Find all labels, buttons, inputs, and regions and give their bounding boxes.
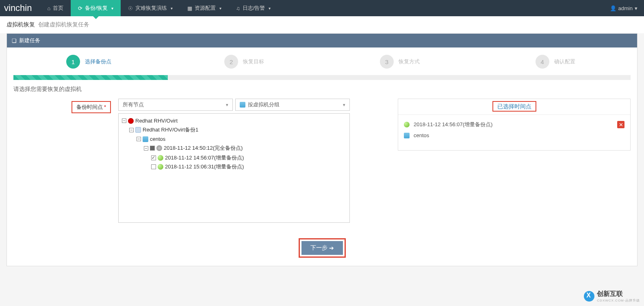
selected-box: 已选择时间点 2018-11-12 14:56:07(增量备份点) ✕ cent…: [398, 99, 631, 151]
right-col: 已选择时间点 2018-11-12 14:56:07(增量备份点) ✕ cent…: [398, 99, 631, 151]
chevron-down-icon: ▾: [171, 6, 173, 11]
selected-title-wrap: 已选择时间点: [398, 99, 630, 114]
user-icon: 👤: [610, 5, 616, 11]
top-nav: vinchin ⌂ 首页 ⟳ 备份/恢复 ▾ ☉ 灾难恢复演练 ▾ ▦ 资源配置…: [0, 0, 644, 16]
tree: − Redhat RHV/Ovirt − Redhat RHV/Ovirt备份1: [122, 117, 346, 175]
node-select-value: 所有节点: [123, 101, 144, 108]
next-button[interactable]: 下一步 ➔: [301, 241, 343, 255]
step-circle-2: 2: [224, 55, 238, 69]
tree-inc2[interactable]: 2018-11-12 15:06:31(增量备份点): [151, 162, 346, 171]
panel-title: 新建任务: [19, 37, 40, 44]
collapse-icon[interactable]: −: [129, 128, 134, 132]
group-select-value: 按虚拟机分组: [248, 101, 280, 108]
grid-icon: ▦: [187, 5, 192, 11]
chevron-down-icon: ▾: [635, 5, 637, 11]
backup-point-icon: [404, 122, 410, 127]
wizard-step-2[interactable]: 2 恢复目标: [167, 55, 322, 69]
cube-icon: ❏: [12, 38, 17, 44]
breadcrumb-b: 创建虚拟机恢复任务: [38, 21, 89, 28]
panel-header: ❏ 新建任务: [7, 34, 637, 47]
collapse-icon[interactable]: −: [144, 146, 148, 151]
refresh-icon: ⟳: [78, 5, 82, 11]
redhat-icon: [128, 118, 134, 124]
next-wrap: 下一步 ➔: [7, 231, 637, 266]
wizard: 1 选择备份点 2 恢复目标 3 恢复方式 4 确认配置: [7, 47, 637, 73]
nav-log-label: 日志/告警: [243, 4, 265, 12]
tree-inc2-label: 2018-11-12 15:06:31(增量备份点): [165, 163, 244, 170]
tree-vm[interactable]: − centos −: [137, 135, 346, 173]
wizard-step-4[interactable]: 4 确认配置: [477, 55, 633, 69]
brand-logo: vinchin: [0, 3, 40, 13]
nav-items: ⌂ 首页 ⟳ 备份/恢复 ▾ ☉ 灾难恢复演练 ▾ ▦ 资源配置 ▾ ♫ 日志/…: [40, 0, 278, 16]
tree-full[interactable]: − 2018-11-12 14:50:12(完全备份点): [144, 144, 346, 172]
user-menu[interactable]: 👤 admin ▾: [603, 5, 644, 11]
collapse-icon[interactable]: −: [137, 137, 141, 141]
progress-fill: [13, 75, 168, 80]
step-label-3: 恢复方式: [399, 58, 420, 65]
checkbox-checked[interactable]: [151, 155, 156, 160]
vm-icon: [404, 133, 410, 138]
step-circle-4: 4: [536, 55, 549, 69]
selected-title: 已选择时间点: [492, 101, 536, 112]
chevron-down-icon: ▾: [219, 6, 221, 11]
main-row: 备份时间点* 所有节点 ▾ 按虚拟机分组 ▾: [13, 99, 631, 223]
node-select[interactable]: 所有节点 ▾: [118, 99, 233, 111]
home-icon: ⌂: [47, 5, 50, 11]
wizard-step-3[interactable]: 3 恢复方式: [322, 55, 478, 69]
tree-vm-label: centos: [150, 136, 165, 142]
prompt-text: 请选择您需要恢复的虚拟机: [13, 86, 631, 93]
nav-resource[interactable]: ▦ 资源配置 ▾: [180, 0, 229, 16]
checkbox-unchecked[interactable]: [151, 164, 156, 169]
monitor-icon: ☉: [128, 5, 133, 11]
wizard-step-1[interactable]: 1 选择备份点: [11, 55, 167, 69]
selected-body: 2018-11-12 14:56:07(增量备份点) ✕ centos: [398, 115, 630, 150]
chevron-down-icon: ▾: [111, 6, 113, 11]
tree-root[interactable]: − Redhat RHV/Ovirt − Redhat RHV/Ovirt备份1: [122, 117, 346, 175]
tree-box: − Redhat RHV/Ovirt − Redhat RHV/Ovirt备份1: [118, 113, 350, 223]
select-row: 所有节点 ▾ 按虚拟机分组 ▾: [118, 99, 350, 111]
nav-home[interactable]: ⌂ 首页: [40, 0, 71, 16]
arrow-right-icon: ➔: [329, 245, 334, 251]
step-label-2: 恢复目标: [243, 58, 264, 65]
chevron-down-icon: ▾: [343, 102, 345, 108]
step-circle-1: 1: [66, 55, 80, 69]
bell-icon: ♫: [236, 5, 240, 11]
selected-vm-label: centos: [414, 132, 429, 138]
backup-point-label-box: 备份时间点*: [72, 101, 111, 113]
backup-point-icon: [158, 164, 163, 170]
selected-vm-row: centos: [404, 130, 624, 140]
collapse-icon[interactable]: −: [122, 119, 126, 123]
label-col: 备份时间点*: [13, 99, 111, 113]
vm-icon: [240, 102, 245, 108]
tree-job-label: Redhat RHV/Ovirt备份1: [143, 126, 198, 134]
nav-backup[interactable]: ⟳ 备份/恢复 ▾: [71, 0, 121, 16]
group-select[interactable]: 按虚拟机分组 ▾: [235, 99, 350, 111]
breadcrumb-a: 虚拟机恢复: [7, 21, 35, 28]
left-col: 所有节点 ▾ 按虚拟机分组 ▾: [118, 99, 350, 223]
remove-button[interactable]: ✕: [617, 121, 624, 128]
tree-job[interactable]: − Redhat RHV/Ovirt备份1 − centos: [129, 125, 346, 174]
panel: ❏ 新建任务 1 选择备份点 2 恢复目标 3 恢复方式 4 确认配置 请选择您…: [7, 33, 637, 266]
nav-drill[interactable]: ☉ 灾难恢复演练 ▾: [121, 0, 180, 16]
selected-point-label: 2018-11-12 14:56:07(增量备份点): [414, 121, 492, 128]
checkbox-indeterminate[interactable]: [150, 146, 155, 151]
nav-resource-label: 资源配置: [195, 4, 216, 12]
next-highlight: 下一步 ➔: [299, 238, 346, 258]
tree-inc1[interactable]: 2018-11-12 14:56:07(增量备份点): [151, 153, 346, 162]
selected-point-row: 2018-11-12 14:56:07(增量备份点) ✕: [404, 119, 624, 130]
job-icon: [135, 127, 141, 133]
step-circle-3: 3: [380, 55, 394, 69]
step-label-4: 确认配置: [554, 58, 575, 65]
backup-point-icon: [158, 155, 163, 161]
step-label-1: 选择备份点: [85, 58, 111, 65]
nav-backup-label: 备份/恢复: [85, 4, 108, 12]
next-label: 下一步: [310, 244, 327, 252]
tree-root-label: Redhat RHV/Ovirt: [135, 118, 178, 124]
vm-icon: [143, 136, 148, 142]
nav-home-label: 首页: [53, 4, 63, 12]
nav-log[interactable]: ♫ 日志/告警 ▾: [229, 0, 278, 16]
tree-full-label: 2018-11-12 14:50:12(完全备份点): [164, 144, 243, 152]
required-star: *: [104, 104, 106, 110]
user-name: admin: [618, 5, 633, 11]
clock-icon: [156, 145, 162, 151]
